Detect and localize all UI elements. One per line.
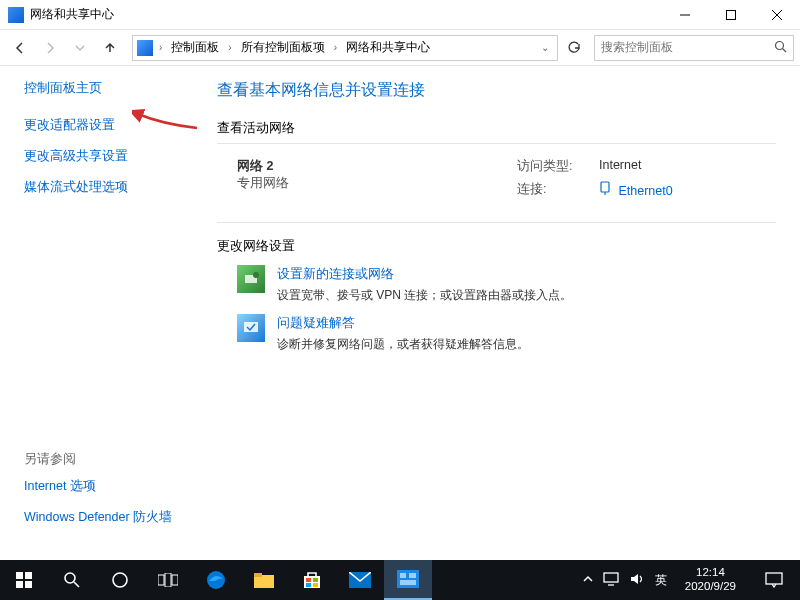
svg-rect-36 — [766, 573, 782, 584]
svg-rect-13 — [16, 581, 23, 588]
taskview-icon — [158, 573, 178, 587]
troubleshoot-link[interactable]: 问题疑难解答 — [277, 315, 355, 330]
chevron-up-icon — [583, 574, 593, 584]
taskbar-clock[interactable]: 12:14 2020/9/29 — [677, 566, 744, 594]
taskbar-search-button[interactable] — [48, 560, 96, 600]
breadcrumb-item[interactable]: 网络和共享中心 — [343, 37, 433, 58]
nav-up-button[interactable] — [96, 34, 124, 62]
control-panel-icon — [397, 570, 419, 588]
window-titlebar: 网络和共享中心 — [0, 0, 800, 30]
store-icon — [302, 570, 322, 590]
network-name: 网络 2 — [237, 158, 517, 175]
page-heading: 查看基本网络信息并设置连接 — [217, 80, 776, 101]
content-area: 控制面板主页 更改适配器设置 更改高级共享设置 媒体流式处理选项 另请参阅 In… — [0, 66, 800, 560]
arrow-up-icon — [102, 40, 118, 56]
access-type-value: Internet — [599, 158, 641, 175]
svg-point-15 — [65, 573, 75, 583]
svg-line-16 — [74, 582, 79, 587]
svg-rect-18 — [158, 575, 164, 585]
cortana-button[interactable] — [96, 560, 144, 600]
taskbar-app-store[interactable] — [288, 560, 336, 600]
refresh-button[interactable] — [562, 36, 586, 60]
sidebar-link-adapter-settings[interactable]: 更改适配器设置 — [24, 117, 195, 134]
network-type: 专用网络 — [237, 175, 517, 192]
taskbar-app-explorer[interactable] — [240, 560, 288, 600]
svg-line-5 — [783, 48, 787, 52]
divider — [217, 143, 776, 144]
nav-forward-button[interactable] — [36, 34, 64, 62]
svg-point-17 — [113, 573, 127, 587]
divider — [217, 222, 776, 223]
speaker-icon — [629, 572, 645, 586]
window-title: 网络和共享中心 — [30, 6, 662, 23]
troubleshoot-desc: 诊断并修复网络问题，或者获得疑难解答信息。 — [277, 336, 529, 353]
connection-value: Ethernet0 — [618, 184, 672, 198]
tray-overflow-button[interactable] — [583, 573, 593, 587]
mail-icon — [349, 572, 371, 588]
taskbar-app-control-panel[interactable] — [384, 560, 432, 600]
chevron-down-icon — [75, 43, 85, 53]
breadcrumb[interactable]: › 控制面板 › 所有控制面板项 › 网络和共享中心 ⌄ — [132, 35, 558, 61]
svg-rect-23 — [254, 573, 262, 577]
start-button[interactable] — [0, 560, 48, 600]
app-icon — [8, 7, 24, 23]
search-placeholder: 搜索控制面板 — [601, 39, 673, 56]
svg-rect-28 — [313, 583, 318, 587]
active-networks-label: 查看活动网络 — [217, 119, 776, 137]
seealso-defender-firewall[interactable]: Windows Defender 防火墙 — [24, 509, 172, 526]
chevron-right-icon: › — [155, 42, 166, 53]
folder-icon — [253, 571, 275, 589]
svg-rect-20 — [172, 575, 178, 585]
chevron-down-icon[interactable]: ⌄ — [537, 42, 553, 53]
maximize-icon — [726, 10, 736, 20]
change-settings-label: 更改网络设置 — [217, 237, 776, 255]
clock-time: 12:14 — [685, 566, 736, 580]
taskview-button[interactable] — [144, 560, 192, 600]
tray-volume-icon[interactable] — [629, 572, 645, 589]
new-connection-link[interactable]: 设置新的连接或网络 — [277, 266, 394, 281]
svg-point-9 — [253, 272, 259, 278]
search-icon — [63, 571, 81, 589]
ime-indicator[interactable]: 英 — [655, 572, 667, 589]
tray-network-icon[interactable] — [603, 572, 619, 589]
toolbar: › 控制面板 › 所有控制面板项 › 网络和共享中心 ⌄ 搜索控制面板 — [0, 30, 800, 66]
clock-date: 2020/9/29 — [685, 580, 736, 594]
setting-item-new-connection: 设置新的连接或网络 设置宽带、拨号或 VPN 连接；或设置路由器或接入点。 — [237, 265, 776, 304]
svg-rect-1 — [727, 10, 736, 19]
svg-rect-14 — [25, 581, 32, 588]
new-connection-desc: 设置宽带、拨号或 VPN 连接；或设置路由器或接入点。 — [277, 287, 572, 304]
svg-rect-27 — [306, 583, 311, 587]
maximize-button[interactable] — [708, 0, 754, 30]
system-tray: 英 12:14 2020/9/29 — [583, 560, 800, 600]
access-type-label: 访问类型: — [517, 158, 587, 175]
chevron-right-icon: › — [330, 42, 341, 53]
svg-rect-11 — [16, 572, 23, 579]
sidebar-link-sharing-settings[interactable]: 更改高级共享设置 — [24, 148, 195, 165]
sidebar-link-media-streaming[interactable]: 媒体流式处理选项 — [24, 179, 195, 196]
ethernet-icon — [599, 184, 614, 198]
nav-back-button[interactable] — [6, 34, 34, 62]
new-connection-icon — [237, 265, 265, 293]
svg-rect-32 — [409, 573, 416, 578]
svg-rect-33 — [400, 580, 416, 585]
taskbar: 英 12:14 2020/9/29 — [0, 560, 800, 600]
close-button[interactable] — [754, 0, 800, 30]
svg-rect-34 — [604, 573, 618, 582]
minimize-button[interactable] — [662, 0, 708, 30]
setting-item-troubleshoot: 问题疑难解答 诊断并修复网络问题，或者获得疑难解答信息。 — [237, 314, 776, 353]
breadcrumb-item[interactable]: 控制面板 — [168, 37, 222, 58]
nav-recent-button[interactable] — [66, 34, 94, 62]
taskbar-app-mail[interactable] — [336, 560, 384, 600]
breadcrumb-item[interactable]: 所有控制面板项 — [238, 37, 328, 58]
search-icon — [774, 40, 787, 56]
svg-rect-6 — [601, 182, 609, 192]
main-panel: 查看基本网络信息并设置连接 查看活动网络 网络 2 专用网络 访问类型: Int… — [205, 66, 800, 560]
search-input[interactable]: 搜索控制面板 — [594, 35, 794, 61]
sidebar-home-link[interactable]: 控制面板主页 — [24, 80, 195, 97]
sidebar-seealso: 另请参阅 Internet 选项 Windows Defender 防火墙 — [24, 451, 172, 540]
arrow-left-icon — [12, 40, 28, 56]
action-center-button[interactable] — [754, 560, 794, 600]
seealso-internet-options[interactable]: Internet 选项 — [24, 478, 172, 495]
taskbar-app-edge[interactable] — [192, 560, 240, 600]
connection-link[interactable]: Ethernet0 — [599, 181, 673, 198]
